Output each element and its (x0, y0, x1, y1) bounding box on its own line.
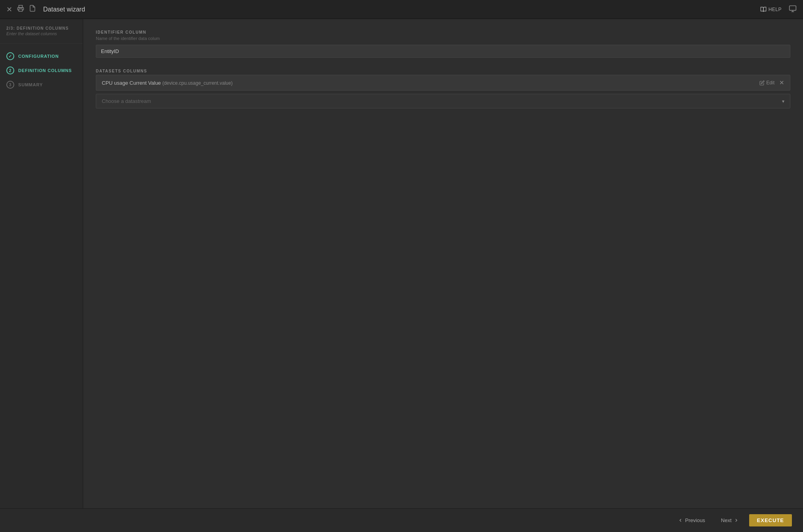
dropdown-placeholder: Choose a datastream (102, 98, 151, 104)
help-button[interactable]: HELP (760, 6, 782, 13)
sidebar-item-label-definition-columns: DEFINITION COLUMNS (18, 68, 72, 73)
previous-label: Previous (685, 517, 705, 523)
identifier-column-label: IDENTIFIER COLUMN (96, 30, 790, 34)
user-icon[interactable] (789, 5, 797, 14)
datasets-columns-section: DATASETS COLUMNS CPU usage Current Value… (96, 69, 790, 108)
edit-label: Edit (766, 80, 774, 86)
sidebar-item-label-configuration: CONFIGURATION (18, 54, 59, 59)
chevron-right-icon (734, 518, 739, 523)
execute-label: EXECUTE (757, 517, 784, 523)
edit-icon (759, 80, 765, 86)
topbar: ✕ Dataset wizard HELP (0, 0, 803, 19)
document-icon[interactable] (29, 5, 36, 14)
step3-number-icon: 3 (6, 81, 14, 89)
sidebar: 2/3: DEFINITION COLUMNS Enter the datase… (0, 19, 83, 508)
chevron-left-icon (678, 518, 683, 523)
datasets-columns-label: DATASETS COLUMNS (96, 69, 790, 73)
remove-column-button[interactable]: ✕ (779, 79, 784, 86)
svg-rect-2 (790, 6, 796, 11)
next-label: Next (721, 517, 732, 523)
column-item-path: (device.cpu.usage_current.value) (162, 80, 232, 86)
sidebar-item-label-summary: SUMMARY (18, 82, 43, 87)
identifier-column-input[interactable] (96, 45, 790, 58)
next-button[interactable]: Next (715, 514, 744, 526)
chevron-down-icon: ▾ (782, 99, 784, 104)
column-item: CPU usage Current Value (device.cpu.usag… (96, 75, 790, 91)
edit-button[interactable]: Edit (759, 80, 774, 86)
identifier-column-sub: Name of the identifier data colum (96, 36, 790, 41)
sidebar-item-configuration[interactable]: ✓ CONFIGURATION (0, 49, 83, 63)
sidebar-item-summary[interactable]: 3 SUMMARY (0, 78, 83, 92)
content-area: IDENTIFIER COLUMN Name of the identifier… (83, 19, 803, 508)
footer: Previous Next EXECUTE (0, 508, 803, 532)
sidebar-step-header: 2/3: DEFINITION COLUMNS Enter the datase… (0, 26, 83, 38)
identifier-column-section: IDENTIFIER COLUMN Name of the identifier… (96, 30, 790, 58)
column-item-actions: Edit ✕ (759, 79, 784, 86)
step-sub: Enter the dataset columns (6, 31, 76, 36)
print-icon[interactable] (17, 5, 24, 14)
close-icon[interactable]: ✕ (6, 5, 12, 14)
main-layout: 2/3: DEFINITION COLUMNS Enter the datase… (0, 19, 803, 508)
execute-button[interactable]: EXECUTE (749, 514, 792, 526)
step-label: 2/3: DEFINITION COLUMNS (6, 26, 76, 30)
svg-rect-1 (19, 9, 23, 11)
column-item-label: CPU usage Current Value (device.cpu.usag… (102, 80, 232, 86)
topbar-right: HELP (760, 5, 797, 14)
page-title: Dataset wizard (43, 6, 85, 13)
step1-check-icon: ✓ (6, 52, 14, 60)
step2-number-icon: 2 (6, 66, 14, 74)
previous-button[interactable]: Previous (672, 514, 711, 526)
datastream-dropdown[interactable]: Choose a datastream ▾ (96, 94, 790, 108)
sidebar-item-definition-columns[interactable]: 2 DEFINITION COLUMNS (0, 63, 83, 78)
